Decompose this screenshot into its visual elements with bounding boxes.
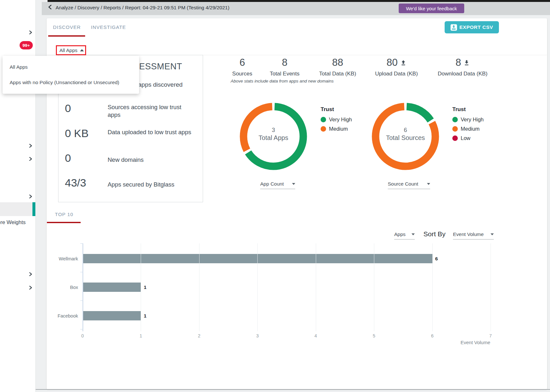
bar-box[interactable] bbox=[83, 283, 141, 292]
legend-item: Medium bbox=[321, 126, 352, 132]
chevron-right-icon[interactable] bbox=[28, 157, 33, 161]
legend-dot-very-high bbox=[452, 117, 458, 122]
tab-discover[interactable]: DISCOVER bbox=[53, 24, 81, 30]
chevron-right-icon[interactable] bbox=[28, 194, 33, 199]
chevron-right-icon[interactable] bbox=[28, 272, 33, 276]
stats-note: Above stats include data from apps and n… bbox=[231, 79, 333, 83]
legend-item: Very High bbox=[321, 117, 352, 123]
stat-value: 6 bbox=[220, 57, 265, 69]
sidebar-selected-indicator bbox=[32, 202, 35, 216]
assessment-subtitle-partial: apps discovered bbox=[138, 81, 182, 88]
entity-value: Apps bbox=[394, 231, 405, 237]
assessment-title-partial: ESSMENT bbox=[139, 62, 182, 72]
stat-sources: 6 Sources bbox=[220, 57, 265, 77]
stat-download-data: 8 Download Data (KB) bbox=[430, 57, 495, 77]
bar-facebook[interactable] bbox=[83, 311, 141, 320]
gridline bbox=[257, 243, 258, 331]
apps-filter-dropdown[interactable]: All Apps bbox=[56, 45, 86, 55]
chevron-right-icon[interactable] bbox=[28, 30, 33, 35]
stat-label: Upload Data (KB) bbox=[368, 71, 425, 77]
assessment-label: Apps secured by Bitglass bbox=[108, 181, 193, 188]
category-label-facebook: Facebook bbox=[29, 313, 78, 318]
source-count-value: Source Count bbox=[388, 181, 418, 187]
caret-down-icon bbox=[427, 183, 430, 185]
caret-down-icon bbox=[491, 233, 494, 235]
download-icon bbox=[464, 60, 470, 66]
bar-value: 1 bbox=[144, 283, 146, 292]
x-tick-label: 6 bbox=[426, 333, 439, 338]
feedback-button[interactable]: We'd like your feedback bbox=[399, 4, 464, 13]
bar-row-box: 1 bbox=[83, 283, 491, 292]
export-csv-label: EXPORT CSV bbox=[459, 24, 493, 30]
gridline bbox=[141, 243, 141, 331]
menu-item-all-apps[interactable]: All Apps bbox=[10, 64, 28, 70]
bar-chart-plot: 6 1 1 bbox=[83, 243, 491, 331]
sidebar-item-score-weights[interactable]: ore Weights bbox=[0, 219, 26, 225]
x-tick-label: 5 bbox=[368, 333, 380, 338]
page-bottom-divider bbox=[36, 389, 550, 390]
menu-item-apps-no-policy[interactable]: Apps with no Policy (Unsanctioned or Uns… bbox=[10, 80, 119, 85]
category-label-wellmark: Wellmark bbox=[29, 256, 78, 261]
sort-by-label: Sort By bbox=[423, 230, 446, 238]
assessment-label: New domains bbox=[108, 156, 193, 164]
gridline bbox=[432, 243, 433, 331]
stat-total-events: 8 Total Events bbox=[261, 57, 309, 77]
caret-up-icon bbox=[80, 49, 84, 51]
trust-legend-sources: Trust Very High Medium Low bbox=[452, 106, 484, 144]
back-icon[interactable] bbox=[48, 4, 53, 10]
legend-item: Medium bbox=[452, 126, 484, 132]
chevron-right-icon[interactable] bbox=[28, 144, 33, 148]
upload-icon bbox=[400, 60, 406, 66]
sort-dropdown[interactable]: Event Volume bbox=[453, 231, 494, 240]
apps-filter-value: All Apps bbox=[59, 48, 77, 53]
x-tick-label: 1 bbox=[134, 333, 147, 338]
apps-filter-menu: All Apps Apps with no Policy (Unsanction… bbox=[3, 56, 139, 94]
stat-value: 80 bbox=[386, 57, 397, 68]
gridline bbox=[374, 243, 374, 331]
x-axis-label: Event Volume bbox=[427, 340, 490, 345]
legend-dot-medium bbox=[321, 126, 326, 132]
assessment-value: 0 bbox=[65, 102, 71, 115]
legend-title: Trust bbox=[321, 106, 352, 113]
stat-total-data: 88 Total Data (KB) bbox=[309, 57, 367, 77]
gridline bbox=[316, 243, 316, 331]
app-count-value: App Count bbox=[260, 181, 284, 187]
export-csv-button[interactable]: EXPORT CSV bbox=[445, 21, 499, 33]
breadcrumb: Analyze / Discovery / Reports / Report: … bbox=[56, 5, 229, 11]
assessment-value: 0 bbox=[65, 152, 71, 164]
legend-item: Low bbox=[452, 135, 484, 141]
stat-label: Download Data (KB) bbox=[430, 71, 495, 77]
caret-down-icon bbox=[412, 233, 415, 235]
x-tick-label: 2 bbox=[193, 333, 206, 338]
source-count-dropdown[interactable]: Source Count bbox=[388, 181, 430, 189]
notification-badge: 99+ bbox=[20, 41, 33, 49]
app-count-dropdown[interactable]: App Count bbox=[260, 181, 295, 189]
stat-label: Total Events bbox=[261, 71, 309, 77]
y-axis-line bbox=[83, 243, 83, 331]
x-tick-label: 7 bbox=[484, 333, 497, 338]
assessment-value: 0 KB bbox=[65, 127, 89, 140]
assessment-value: 43/3 bbox=[65, 177, 86, 189]
bar-value: 6 bbox=[435, 254, 438, 263]
trust-legend-apps: Trust Very High Medium bbox=[321, 106, 352, 135]
app-root: 99+ ore Weights Analyze / Discovery / Re… bbox=[0, 0, 550, 392]
bar-row-wellmark: 6 bbox=[83, 254, 491, 263]
donut-center-label: 3 Total Apps bbox=[248, 127, 299, 142]
sidebar-selected-item[interactable] bbox=[0, 202, 35, 216]
legend-title: Trust bbox=[452, 106, 484, 113]
tab-investigate[interactable]: INVESTIGATE bbox=[91, 24, 126, 30]
caret-down-icon bbox=[292, 183, 295, 185]
active-tab-underline bbox=[48, 35, 85, 37]
assessment-label: Sources accessing low trust apps bbox=[108, 103, 193, 118]
bar-value: 1 bbox=[144, 311, 146, 320]
category-label-box: Box bbox=[29, 285, 78, 290]
gridline bbox=[199, 243, 200, 331]
sort-value: Event Volume bbox=[453, 231, 484, 237]
entity-dropdown[interactable]: Apps bbox=[394, 231, 415, 240]
tab-top10[interactable]: TOP 10 bbox=[55, 212, 73, 217]
bar-row-facebook: 1 bbox=[83, 311, 491, 320]
assessment-label: Data uploaded to low trust apps bbox=[108, 128, 193, 136]
stat-value: 8 bbox=[261, 57, 309, 69]
stat-value: 8 bbox=[456, 57, 461, 68]
stat-label: Total Data (KB) bbox=[309, 71, 367, 77]
